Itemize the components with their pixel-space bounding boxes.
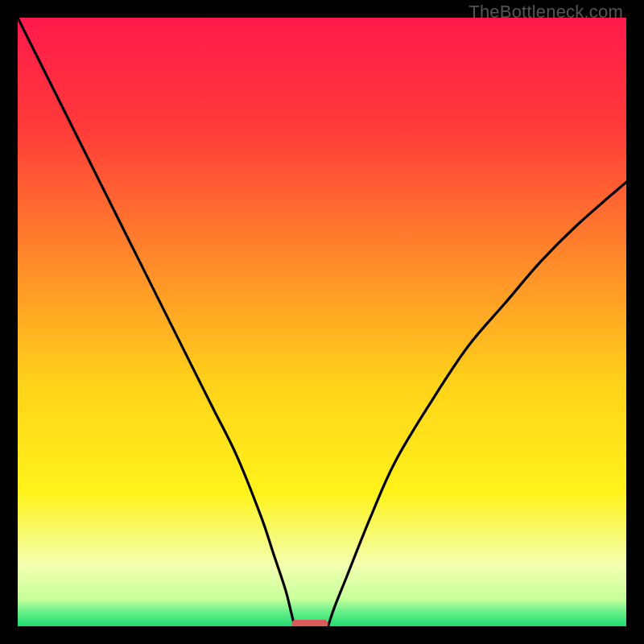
optimal-marker	[291, 620, 328, 626]
watermark-text: TheBottleneck.com	[469, 2, 623, 23]
chart-background	[18, 18, 626, 626]
chart-svg	[18, 18, 626, 626]
chart-frame	[18, 18, 626, 626]
